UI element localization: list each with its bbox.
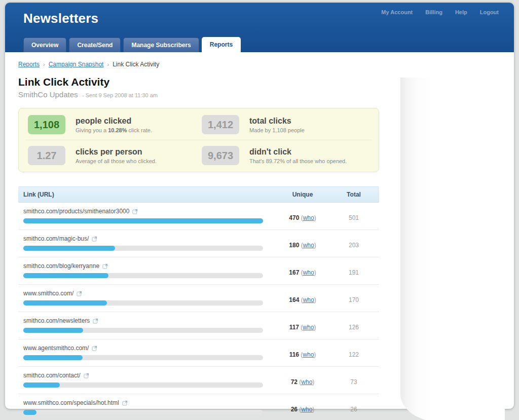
tab-create-send[interactable]: Create/Send	[69, 37, 121, 52]
stat-label: people clicked	[76, 117, 152, 126]
table-row: smithco.com/magic-bus/ 180 (who) 203	[18, 230, 379, 257]
breadcrumb-current: Link Click Activity	[113, 61, 159, 68]
link-cell: smithco.com/blog/kerryanne	[18, 262, 277, 278]
link-cell: smithco.com/magic-bus/	[18, 235, 277, 251]
link-cell: www.smithco.com/	[18, 290, 277, 306]
who-link[interactable]: who	[303, 242, 314, 249]
click-bar-track	[23, 328, 263, 333]
total-count: 26	[328, 399, 379, 415]
click-bar-track	[23, 410, 263, 415]
link-cell: www.agentsmithco.com/	[18, 345, 277, 360]
link-url: www.smithco.com/	[23, 290, 277, 297]
breadcrumb: Reports›Campaign Snapshot›Link Click Act…	[18, 61, 379, 68]
total-count: 73	[328, 372, 379, 388]
sidebar-shadow-panel	[400, 78, 505, 420]
app-header: Newsletters My Account Billing Help Logo…	[5, 3, 514, 52]
who-link[interactable]: who	[301, 378, 312, 386]
column-header-unique: Unique	[277, 191, 328, 198]
unique-count: 26 (who)	[277, 399, 328, 415]
click-bar-fill	[23, 328, 83, 333]
click-bar-fill	[23, 383, 60, 388]
breadcrumb-link-reports[interactable]: Reports	[18, 61, 40, 68]
stat-label: total clicks	[249, 117, 305, 126]
click-bar-track	[23, 300, 263, 306]
who-link[interactable]: who	[303, 351, 314, 358]
content-area: Reports›Campaign Snapshot›Link Click Act…	[5, 52, 514, 420]
who-link[interactable]: who	[303, 269, 314, 276]
unique-count: 470 (who)	[277, 208, 328, 223]
unique-count: 116 (who)	[277, 345, 328, 360]
total-count: 501	[328, 208, 379, 223]
external-link-icon[interactable]	[93, 318, 98, 324]
click-bar-fill	[23, 218, 263, 223]
column-header-total: Total	[328, 191, 379, 198]
click-bar-track	[23, 273, 263, 278]
tab-reports[interactable]: Reports	[202, 37, 241, 52]
unique-count: 180 (who)	[277, 235, 328, 251]
stat-description: That's 89.72% of all those who opened.	[249, 158, 347, 164]
external-link-icon[interactable]	[92, 236, 97, 242]
unique-count: 117 (who)	[277, 317, 328, 333]
billing-link[interactable]: Billing	[425, 9, 442, 15]
stat-description: Made by 1,108 people	[249, 127, 305, 133]
click-bar-fill	[23, 273, 108, 278]
click-bar-fill	[23, 355, 83, 360]
link-url: www.smithco.com/specials/hot.html	[23, 399, 277, 406]
campaign-subtitle: SmithCo Updates - Sent 9 Sep 2008 at 11:…	[18, 90, 379, 99]
external-link-icon[interactable]	[102, 263, 108, 269]
tab-overview[interactable]: Overview	[23, 37, 66, 52]
tab-manage-subscribers[interactable]: Manage Subscribers	[123, 37, 199, 52]
my-account-link[interactable]: My Account	[381, 9, 413, 15]
click-bar-track	[23, 218, 263, 223]
link-cell: www.smithco.com/specials/hot.html	[18, 399, 277, 415]
who-link[interactable]: who	[303, 296, 314, 303]
who-link[interactable]: who	[303, 214, 314, 221]
stat-total-clicks: 1,412 total clicks Made by 1,108 people	[199, 109, 373, 140]
page-title: Link Click Activity	[18, 76, 379, 88]
total-count: 191	[328, 262, 379, 278]
unique-count: 164 (who)	[277, 290, 328, 306]
click-bar-fill	[23, 410, 36, 415]
stat-didnt-click: 9,673 didn't click That's 89.72% of all …	[199, 140, 373, 171]
stat-value-badge: 1,108	[28, 115, 65, 134]
table-row: www.smithco.com/specials/hot.html 26 (wh…	[18, 394, 379, 420]
external-link-icon[interactable]	[122, 400, 128, 406]
who-link[interactable]: who	[301, 406, 312, 413]
breadcrumb-link-campaign-snapshot[interactable]: Campaign Snapshot	[49, 61, 104, 68]
total-count: 122	[328, 345, 379, 360]
table-header-row: Link (URL) Unique Total	[18, 186, 379, 203]
stat-value-badge: 1,412	[202, 115, 239, 134]
unique-count: 72 (who)	[277, 372, 328, 388]
link-url: smithco.com/products/smithenator3000	[23, 208, 277, 215]
breadcrumb-separator: ›	[107, 61, 109, 67]
external-link-icon[interactable]	[92, 346, 97, 351]
total-count: 203	[328, 235, 379, 251]
link-cell: smithco.com/products/smithenator3000	[18, 208, 277, 223]
stat-description: Giving you a 10.28% click rate.	[76, 127, 152, 133]
stat-description: Average of all those who clicked.	[76, 158, 157, 164]
total-count: 170	[328, 290, 379, 306]
logout-link[interactable]: Logout	[480, 9, 499, 15]
campaign-reports-sidebar: Campaign Reports Snapshot Summary of cam…	[388, 52, 514, 420]
link-url: smithco.com/blog/kerryanne	[23, 262, 277, 270]
stat-value-badge: 1.27	[28, 146, 65, 165]
external-link-icon[interactable]	[132, 209, 138, 214]
table-row: www.agentsmithco.com/ 116 (who) 122	[18, 339, 379, 367]
campaign-name: SmithCo Updates	[18, 90, 78, 99]
link-url: smithco.com/contact/	[23, 372, 277, 379]
link-cell: smithco.com/contact/	[18, 372, 277, 388]
tab-bar: Overview Create/Send Manage Subscribers …	[23, 37, 241, 52]
click-bar-fill	[23, 246, 115, 251]
external-link-icon[interactable]	[84, 373, 89, 378]
external-link-icon[interactable]	[77, 291, 82, 296]
link-url: www.agentsmithco.com/	[23, 345, 277, 352]
click-bar-fill	[23, 300, 107, 306]
table-row: smithco.com/newsletters 117 (who) 126	[18, 312, 379, 339]
stat-label: clicks per person	[76, 147, 157, 157]
who-link[interactable]: who	[303, 324, 314, 331]
app-window: Newsletters My Account Billing Help Logo…	[5, 3, 514, 409]
unique-count: 167 (who)	[277, 262, 328, 278]
click-bar-track	[23, 383, 263, 388]
help-link[interactable]: Help	[455, 9, 467, 15]
stat-people-clicked: 1,108 people clicked Giving you a 10.28%…	[25, 109, 199, 140]
